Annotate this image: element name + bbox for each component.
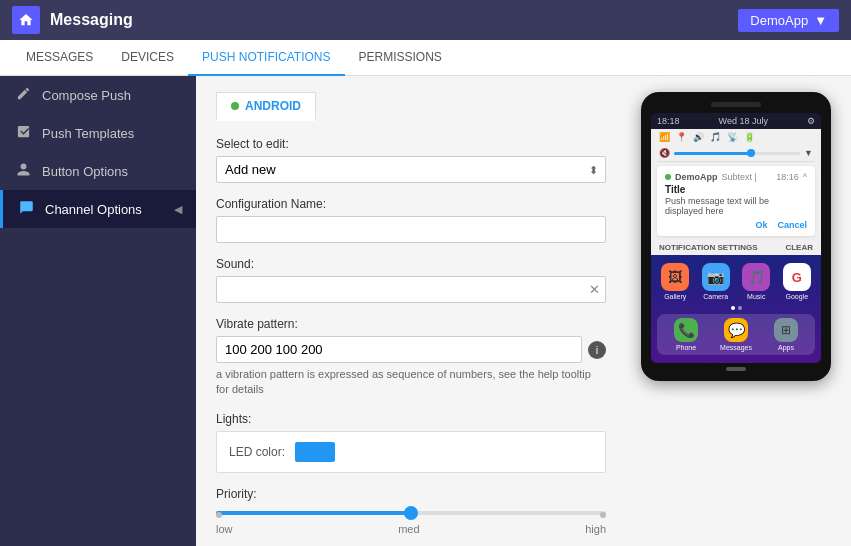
app-icon-google: G Google (779, 263, 816, 300)
sidebar: Compose Push Push Templates Button Optio… (0, 76, 196, 546)
priority-slider-wrapper (216, 507, 606, 519)
led-row: LED color: (229, 442, 593, 462)
sidebar-channel-options-label: Channel Options (45, 202, 142, 217)
priority-high-label: high (585, 523, 606, 535)
tab-devices[interactable]: DEVICES (107, 40, 188, 76)
app-switcher[interactable]: DemoApp ▼ (738, 9, 839, 32)
priority-slider-track (216, 511, 606, 515)
sidebar-item-button-options[interactable]: Button Options (0, 152, 196, 190)
phone-body: 18:18 Wed 18 July ⚙ 📶 📍 🔊 🎵 📡 🔋 (641, 92, 831, 381)
priority-dot-low (216, 512, 222, 518)
tab-messages[interactable]: MESSAGES (12, 40, 107, 76)
phone-page-dots (657, 306, 815, 310)
wifi-icon: 📶 (659, 132, 670, 142)
music-label: Music (747, 293, 765, 300)
phone-app-icon[interactable]: 📞 (674, 318, 698, 342)
nav-tabs: MESSAGES DEVICES PUSH NOTIFICATIONS PERM… (0, 40, 851, 76)
gallery-label: Gallery (664, 293, 686, 300)
sidebar-item-push-templates[interactable]: Push Templates (0, 114, 196, 152)
music-app-icon[interactable]: 🎵 (742, 263, 770, 291)
priority-label: Priority: (216, 487, 606, 501)
select-to-edit-wrapper: Add new (216, 156, 606, 183)
top-bar: Messaging DemoApp ▼ (0, 0, 851, 40)
notif-app-dot (665, 174, 671, 180)
notif-clear-label[interactable]: CLEAR (785, 243, 813, 252)
vol-icon: 🔇 (659, 148, 670, 158)
phone-screen: 18:18 Wed 18 July ⚙ 📶 📍 🔊 🎵 📡 🔋 (651, 113, 821, 363)
phone-home-button[interactable] (726, 367, 746, 371)
priority-dot-high (600, 512, 606, 518)
dock-phone: 📞 Phone (674, 318, 698, 351)
select-to-edit-group: Select to edit: Add new (216, 137, 606, 183)
notif-time: 18:16 (776, 172, 799, 182)
priority-low-label: low (216, 523, 233, 535)
battery-icon: 🔋 (744, 132, 755, 142)
tab-push-notifications[interactable]: PUSH NOTIFICATIONS (188, 40, 344, 76)
notif-title: Title (665, 184, 807, 195)
button-options-icon (14, 162, 32, 180)
notif-chevron-icon: ^ (803, 172, 807, 182)
app-icon-camera: 📷 Camera (698, 263, 735, 300)
main-layout: Compose Push Push Templates Button Optio… (0, 76, 851, 546)
sidebar-item-compose-push[interactable]: Compose Push (0, 76, 196, 114)
select-to-edit-dropdown[interactable]: Add new (216, 156, 606, 183)
sidebar-collapse-arrow: ◀ (174, 203, 182, 216)
channel-options-icon (17, 200, 35, 218)
sidebar-item-channel-options[interactable]: Channel Options ◀ (0, 190, 196, 228)
config-name-group: Configuration Name: (216, 197, 606, 243)
dock-messages: 💬 Messages (720, 318, 752, 351)
sound-input-wrapper: ✕ (216, 276, 606, 303)
google-label: Google (785, 293, 808, 300)
vibrate-input[interactable] (216, 336, 582, 363)
vibrate-group: Vibrate pattern: i a vibration pattern i… (216, 317, 606, 398)
notification-card: DemoApp Subtext | 18:16 ^ Title Push mes… (657, 166, 815, 236)
notif-subtext: Subtext | (722, 172, 757, 182)
vibrate-info-icon[interactable]: i (588, 341, 606, 359)
tab-permissions[interactable]: PERMISSIONS (345, 40, 456, 76)
home-icon[interactable] (12, 6, 40, 34)
app-icon-gallery: 🖼 Gallery (657, 263, 694, 300)
phone-dock: 📞 Phone 💬 Messages ⊞ Apps (657, 314, 815, 355)
messages-app-icon[interactable]: 💬 (724, 318, 748, 342)
camera-label: Camera (703, 293, 728, 300)
phone-speaker (711, 102, 761, 107)
config-name-input[interactable] (216, 216, 606, 243)
led-color-swatch[interactable] (295, 442, 335, 462)
android-dot-icon (231, 102, 239, 110)
android-tab[interactable]: ANDROID (216, 92, 316, 121)
phone-home-screen: 🖼 Gallery 📷 Camera 🎵 Music (651, 255, 821, 363)
notif-cancel-button[interactable]: Cancel (777, 220, 807, 230)
priority-slider-thumb[interactable] (404, 506, 418, 520)
messages-dock-label: Messages (720, 344, 752, 351)
nfc-icon: 📡 (727, 132, 738, 142)
lights-box: LED color: (216, 431, 606, 473)
android-tab-label: ANDROID (245, 99, 301, 113)
phone-time: 18:18 (657, 116, 680, 126)
sound-input[interactable] (216, 276, 606, 303)
notif-actions: Ok Cancel (665, 216, 807, 230)
top-bar-left: Messaging (12, 6, 133, 34)
phone-date: Wed 18 July (719, 116, 768, 126)
apps-icon[interactable]: ⊞ (774, 318, 798, 342)
camera-icon[interactable]: 📷 (702, 263, 730, 291)
app-name: DemoApp (750, 13, 808, 28)
config-name-label: Configuration Name: (216, 197, 606, 211)
shade-divider (657, 161, 815, 162)
notif-settings-label[interactable]: NOTIFICATION SETTINGS (659, 243, 758, 252)
gallery-icon[interactable]: 🖼 (661, 263, 689, 291)
app-grid: 🖼 Gallery 📷 Camera 🎵 Music (657, 263, 815, 300)
push-templates-icon (14, 124, 32, 142)
sound-clear-button[interactable]: ✕ (589, 282, 600, 297)
notif-header: DemoApp Subtext | 18:16 ^ (665, 172, 807, 182)
google-icon[interactable]: G (783, 263, 811, 291)
location-icon: 📍 (676, 132, 687, 142)
phone-settings-icon: ⚙ (807, 116, 815, 126)
volume-icon: 🔊 (693, 132, 704, 142)
notif-ok-button[interactable]: Ok (755, 220, 767, 230)
lights-label: Lights: (216, 412, 606, 426)
select-to-edit-label: Select to edit: (216, 137, 606, 151)
vibrate-label: Vibrate pattern: (216, 317, 606, 331)
vibrate-row: i (216, 336, 606, 363)
compose-push-icon (14, 86, 32, 104)
notif-app-name: DemoApp (675, 172, 718, 182)
